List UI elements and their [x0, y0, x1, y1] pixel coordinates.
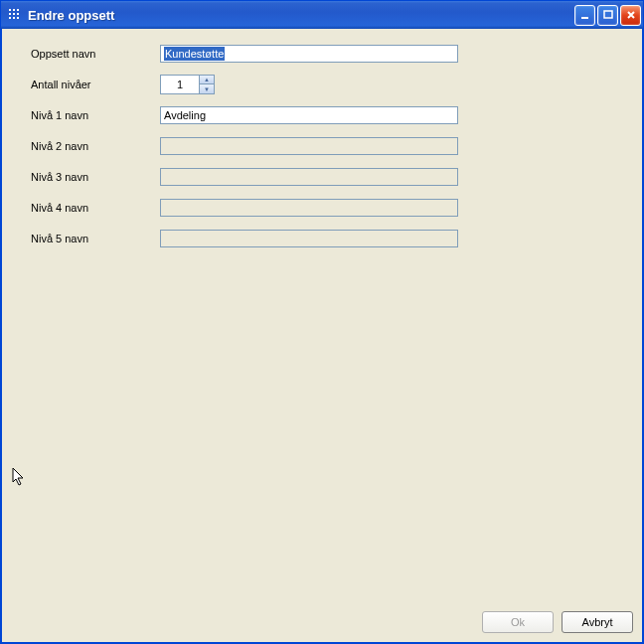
svg-rect-4: [9, 13, 11, 15]
row-oppsett-navn: Oppsett navn Kundestøtte: [31, 45, 625, 63]
svg-rect-8: [13, 17, 15, 19]
nivaa-1-label: Nivå 1 navn: [31, 109, 160, 121]
row-nivaa-3: Nivå 3 navn: [31, 168, 625, 186]
nivaa-5-label: Nivå 5 navn: [31, 233, 160, 244]
close-button[interactable]: [620, 5, 641, 26]
svg-rect-6: [17, 13, 19, 15]
nivaa-3-input: [160, 168, 458, 186]
spinner-down-icon[interactable]: ▼: [200, 84, 214, 93]
nivaa-3-label: Nivå 3 navn: [31, 171, 160, 183]
app-icon: [7, 7, 23, 23]
antall-nivaaer-label: Antall nivåer: [31, 79, 160, 90]
svg-rect-10: [581, 17, 588, 19]
row-antall-nivaaer: Antall nivåer ▲ ▼: [31, 76, 625, 93]
nivaa-4-label: Nivå 4 navn: [31, 202, 160, 214]
minimize-button[interactable]: [574, 5, 595, 26]
cursor-icon: [11, 468, 27, 488]
svg-rect-9: [17, 17, 19, 19]
antall-nivaaer-spinner[interactable]: ▲ ▼: [160, 75, 215, 94]
row-nivaa-4: Nivå 4 navn: [31, 199, 625, 217]
nivaa-2-input: [160, 137, 458, 155]
button-bar: Ok Avbryt: [1, 605, 643, 643]
oppsett-navn-label: Oppsett navn: [31, 48, 160, 60]
window-controls: [574, 5, 641, 26]
spinner-up-icon[interactable]: ▲: [200, 76, 214, 84]
nivaa-4-input: [160, 199, 458, 217]
svg-rect-11: [604, 11, 612, 18]
nivaa-2-label: Nivå 2 navn: [31, 140, 160, 152]
svg-rect-1: [9, 9, 11, 11]
row-nivaa-1: Nivå 1 navn: [31, 106, 625, 124]
nivaa-5-input: [160, 230, 458, 247]
nivaa-1-input[interactable]: [160, 106, 458, 124]
svg-rect-7: [9, 17, 11, 19]
antall-nivaaer-input[interactable]: [160, 75, 200, 94]
svg-rect-2: [13, 9, 15, 11]
row-nivaa-2: Nivå 2 navn: [31, 137, 625, 155]
window-title: Endre oppsett: [28, 8, 574, 23]
titlebar[interactable]: Endre oppsett: [1, 1, 643, 29]
svg-rect-3: [17, 9, 19, 11]
ok-button: Ok: [482, 611, 554, 633]
dialog-content: Oppsett navn Kundestøtte Antall nivåer ▲…: [1, 29, 643, 605]
cancel-button[interactable]: Avbryt: [562, 611, 633, 633]
row-nivaa-5: Nivå 5 navn: [31, 230, 625, 247]
svg-rect-5: [13, 13, 15, 15]
dialog-window: Endre oppsett Oppsett navn Kundestøtte A…: [0, 0, 644, 644]
maximize-button[interactable]: [597, 5, 618, 26]
oppsett-navn-input[interactable]: [160, 45, 458, 63]
